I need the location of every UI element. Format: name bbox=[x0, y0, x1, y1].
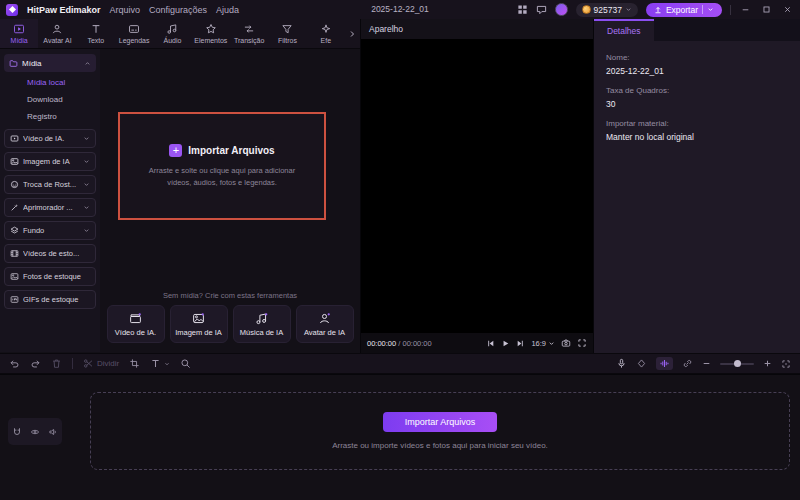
fit-timeline-button[interactable] bbox=[781, 359, 791, 369]
tool-avatar-de-ia[interactable]: Avatar de IA bbox=[296, 305, 354, 343]
sidebar-item-label: Vídeos de esto... bbox=[23, 249, 90, 258]
track-controls bbox=[8, 418, 62, 445]
sidebar-group-midia[interactable]: Mídia bbox=[4, 54, 96, 72]
link-tracks-icon[interactable] bbox=[682, 358, 693, 369]
detail-field-importar-material: Importar material: Manter no local origi… bbox=[606, 119, 788, 142]
menu-arquivo[interactable]: Arquivo bbox=[110, 5, 141, 15]
sidebar-item-registro[interactable]: Registro bbox=[4, 108, 96, 125]
tab-legendas[interactable]: Legendas bbox=[115, 19, 153, 48]
tool-video-de-ia[interactable]: Vídeo de IA. bbox=[107, 305, 165, 343]
details-tabbar: Detalhes bbox=[594, 19, 800, 41]
magnet-icon[interactable] bbox=[12, 427, 22, 437]
aspect-ratio-select[interactable]: 16:9 bbox=[531, 339, 555, 348]
titlebar-divider bbox=[730, 5, 731, 15]
field-value: Manter no local original bbox=[606, 132, 788, 142]
text-tab-icon bbox=[90, 23, 102, 35]
sidebar-item-fotos-de-estoque[interactable]: Fotos de estoque bbox=[4, 267, 96, 286]
tab-label: Transição bbox=[234, 37, 264, 44]
time-total: 00:00:00 bbox=[402, 339, 431, 348]
tab-midia[interactable]: Mídia bbox=[0, 19, 38, 48]
undo-button[interactable] bbox=[9, 358, 20, 369]
asset-tabbar: Mídia Avatar AI Texto Legendas Áudio Ele… bbox=[0, 19, 360, 49]
tab-label: Texto bbox=[87, 37, 104, 44]
snapshot-camera-icon[interactable] bbox=[561, 338, 571, 348]
zoom-in-button[interactable] bbox=[763, 359, 772, 368]
tab-detalhes[interactable]: Detalhes bbox=[594, 19, 654, 41]
fullscreen-icon[interactable] bbox=[577, 338, 587, 348]
timeline-dropzone[interactable]: Importar Arquivos Arraste ou importe víd… bbox=[90, 392, 790, 470]
tab-label: Áudio bbox=[164, 37, 182, 44]
coins-badge[interactable]: 925737 bbox=[576, 3, 638, 17]
zoom-out-button[interactable] bbox=[702, 359, 711, 368]
tool-musica-de-ia[interactable]: Música de IA bbox=[233, 305, 291, 343]
sidebar-group-video-ia[interactable]: Vídeo de IA. bbox=[4, 129, 96, 148]
video-preview bbox=[361, 39, 593, 333]
coin-count: 925737 bbox=[594, 5, 622, 15]
play-button[interactable] bbox=[501, 339, 510, 348]
tab-audio[interactable]: Áudio bbox=[153, 19, 191, 48]
tab-filtros[interactable]: Filtros bbox=[268, 19, 306, 48]
tabs-scroll-right-button[interactable] bbox=[345, 19, 360, 48]
speaker-icon[interactable] bbox=[48, 427, 58, 437]
menu-ajuda[interactable]: Ajuda bbox=[216, 5, 239, 15]
tab-avatar-ai[interactable]: Avatar AI bbox=[38, 19, 76, 48]
timeline-import-button[interactable]: Importar Arquivos bbox=[383, 412, 498, 432]
eye-icon[interactable] bbox=[30, 427, 40, 437]
tab-label: Elementos bbox=[194, 37, 227, 44]
text-tool-icon bbox=[150, 358, 161, 369]
stock-videos-icon bbox=[10, 249, 19, 258]
crop-button[interactable] bbox=[129, 358, 140, 369]
app-logo-icon bbox=[6, 4, 18, 16]
media-folder-icon bbox=[9, 59, 18, 68]
chevron-down-icon bbox=[548, 340, 555, 347]
sidebar-group-label: Mídia bbox=[22, 59, 80, 68]
tab-transicao[interactable]: Transição bbox=[230, 19, 268, 48]
sidebar-group-aprimorador[interactable]: Aprimorador ... bbox=[4, 198, 96, 217]
tab-label: Efe bbox=[321, 37, 332, 44]
maximize-button[interactable] bbox=[760, 5, 773, 14]
tool-imagem-de-ia[interactable]: Imagem de IA bbox=[170, 305, 228, 343]
delete-button[interactable] bbox=[51, 358, 62, 369]
sidebar-group-fundo[interactable]: Fundo bbox=[4, 221, 96, 240]
layout-grid-icon[interactable] bbox=[517, 4, 528, 15]
chevron-up-icon bbox=[84, 60, 91, 67]
sidebar-item-download[interactable]: Download bbox=[4, 91, 96, 108]
close-button[interactable] bbox=[781, 5, 794, 14]
minimize-button[interactable] bbox=[739, 5, 752, 14]
chevron-right-icon bbox=[348, 30, 356, 38]
user-avatar[interactable] bbox=[555, 3, 568, 16]
sidebar-group-imagem-ia[interactable]: Imagem de IA bbox=[4, 152, 96, 171]
export-button[interactable]: Exportar bbox=[646, 3, 722, 17]
sidebar-item-midia-local[interactable]: Mídia local bbox=[4, 74, 96, 91]
enhancer-wand-icon bbox=[10, 203, 19, 212]
timeline-zoom-slider[interactable] bbox=[720, 363, 754, 365]
voiceover-mic-icon[interactable] bbox=[616, 358, 627, 369]
tab-elementos[interactable]: Elementos bbox=[192, 19, 230, 48]
export-icon bbox=[654, 6, 662, 14]
subtitles-tab-icon bbox=[128, 23, 140, 35]
split-button[interactable]: Dividir bbox=[83, 358, 119, 369]
next-frame-button[interactable] bbox=[516, 339, 525, 348]
sidebar-group-label: Fundo bbox=[23, 226, 79, 235]
import-files-dropzone[interactable]: + Importar Arquivos Arraste e solte ou c… bbox=[118, 112, 326, 220]
text-tool-button[interactable] bbox=[150, 358, 170, 369]
keyframe-icon[interactable] bbox=[636, 358, 647, 369]
previous-frame-button[interactable] bbox=[486, 339, 495, 348]
tab-efeitos[interactable]: Efe bbox=[307, 19, 345, 48]
sidebar-item-gifs-de-estoque[interactable]: GIFs de estoque bbox=[4, 290, 96, 309]
redo-button[interactable] bbox=[30, 358, 41, 369]
trash-icon bbox=[51, 358, 62, 369]
sidebar-item-videos-de-estoque[interactable]: Vídeos de esto... bbox=[4, 244, 96, 263]
sidebar-group-troca-de-rosto[interactable]: Troca de Rost... bbox=[4, 175, 96, 194]
menu-configuracoes[interactable]: Configurações bbox=[149, 5, 207, 15]
audio-wave-toggle[interactable] bbox=[656, 357, 673, 370]
tab-texto[interactable]: Texto bbox=[77, 19, 115, 48]
app-window: HitPaw Edimakor Arquivo Configurações Aj… bbox=[0, 0, 800, 500]
preview-title: Aparelho bbox=[369, 24, 403, 34]
import-description: Arraste e solte ou clique aqui para adic… bbox=[136, 165, 308, 188]
app-name: HitPaw Edimakor bbox=[27, 5, 101, 15]
timeline-toolbar: Dividir bbox=[0, 353, 800, 374]
zoom-slider-knob[interactable] bbox=[734, 360, 741, 367]
feedback-chat-icon[interactable] bbox=[536, 4, 547, 15]
marker-zoom-button[interactable] bbox=[180, 358, 191, 369]
